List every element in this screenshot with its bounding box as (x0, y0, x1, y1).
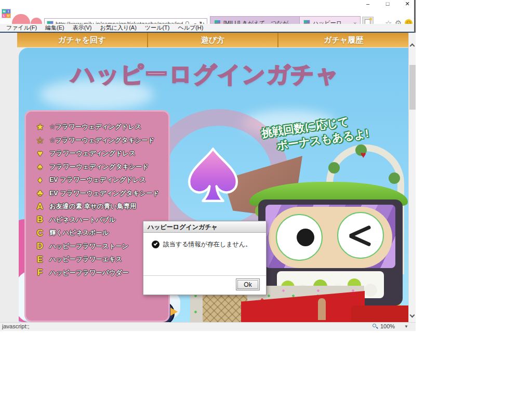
bird-beak (170, 308, 178, 316)
gacha-nav-bar: ガチャを回す 遊び方 ガチャ履歴 (17, 33, 408, 47)
scroll-up-icon[interactable] (410, 44, 415, 49)
banner-title: ハッピーログインガチャ (47, 59, 364, 90)
menu-view[interactable]: 表示(V) (69, 24, 96, 32)
prize-label: お友達の素 幸せの青い鳥専用 (49, 202, 136, 211)
prize-label: EV フラワーウェディングタキシード (49, 189, 159, 198)
prize-label: EV フラワーウェディングドレス (49, 176, 146, 184)
ok-button[interactable]: Ok (236, 278, 260, 290)
status-link-text: javascript:; (2, 323, 30, 329)
dialog-message: 該当する情報が存在しません。 (163, 240, 251, 249)
menu-file[interactable]: ファイル(F) (2, 24, 41, 32)
title-bar: – □ ✕ (0, 0, 414, 8)
letter-d-icon: D (33, 241, 47, 251)
menu-edit[interactable]: 編集(E) (41, 24, 69, 32)
machine-pupil (297, 229, 314, 246)
browser-window: – □ ✕ M I L U ← → http://www.milu.jp/cam… (0, 0, 416, 331)
maximize-button[interactable]: □ (382, 0, 393, 8)
favicon-letter: U (6, 14, 10, 18)
letter-e-icon: E (33, 255, 47, 265)
machine-winking-eye (337, 212, 384, 259)
check-icon (152, 241, 159, 248)
prize-row: ♦ EV フラワーウェディングドレス (33, 174, 168, 187)
dialog-separator (143, 275, 266, 276)
prize-label: フラワーウェディングドレス (49, 149, 136, 158)
heart-ornament-icon: ♥ (361, 150, 366, 161)
letter-b-icon: B (33, 215, 47, 225)
scrollbar-thumb[interactable] (409, 65, 416, 110)
zoom-level: 100% (380, 323, 395, 329)
prize-label: フラワーウェディングタキシード (49, 163, 149, 171)
prize-row: ☆ ☆フラワーウェディングタキシード (33, 134, 168, 148)
spade-graphic (183, 147, 243, 209)
site-favicon: M I L U (2, 9, 11, 18)
spade-icon: ♠ (33, 162, 47, 172)
prize-row: ♣ EV フラワーウェディングタキシード (33, 187, 168, 201)
letter-a-icon: A (33, 202, 47, 212)
diamond-icon: ♦ (33, 175, 47, 185)
prize-label: 輝くハピネスボール (49, 229, 109, 237)
favicon-letter: L (2, 14, 6, 18)
wink-stroke (349, 234, 371, 246)
menu-help[interactable]: ヘルプ(H) (174, 24, 207, 32)
gacha-dialog: ハッピーログインガチャ 該当する情報が存在しません。 Ok (143, 221, 267, 295)
zoom-magnifier-icon (372, 323, 378, 329)
menu-bar: ファイル(F) 編集(E) 表示(V) お気に入り(A) ツール(T) ヘルプ(… (0, 24, 414, 32)
club-icon: ♣ (33, 188, 47, 198)
zoom-dropdown-icon[interactable]: ▼ (404, 324, 408, 329)
machine-face-mask (269, 207, 392, 268)
letter-f-icon: F (33, 268, 47, 278)
wooden-pole (318, 298, 326, 320)
star-icon: ★ (33, 122, 47, 132)
browser-toolbar: M I L U ← → http://www.milu.jp/campaign/… (0, 8, 414, 24)
menu-favorites[interactable]: お気に入り(A) (96, 24, 140, 32)
dialog-title-bar[interactable]: ハッピーログインガチャ (143, 221, 266, 233)
prize-row: ♥ フラワーウェディングドレス (33, 147, 168, 161)
prize-row: A お友達の素 幸せの青い鳥専用 (33, 200, 168, 214)
nav-tab-how-to-play[interactable]: 遊び方 (148, 33, 279, 47)
close-button[interactable]: ✕ (402, 0, 413, 8)
red-carpet-right (351, 305, 408, 322)
prize-row: ★ ☆フラワーウェディングドレス (33, 121, 168, 134)
prize-label: ☆フラワーウェディングドレス (49, 123, 141, 131)
favicon-letter: I (6, 9, 10, 14)
minimize-button[interactable]: – (362, 0, 374, 8)
zoom-control[interactable]: 100% ▼ (372, 323, 408, 329)
prize-label: ハッピーフラワーパウダー (49, 269, 129, 277)
scroll-down-icon[interactable] (410, 313, 415, 318)
vertical-scrollbar[interactable] (408, 33, 416, 322)
machine-left-eye (276, 214, 323, 261)
vine-leaf (328, 162, 340, 174)
capsule (364, 284, 377, 297)
status-bar: javascript:; 100% ▼ (0, 322, 416, 331)
prize-label: ハッピーフラワーストーン (49, 242, 129, 251)
nav-tab-gacha-history[interactable]: ガチャ履歴 (278, 33, 408, 47)
menu-tools[interactable]: ツール(T) (141, 24, 174, 32)
prize-row: ♠ フラワーウェディングタキシード (33, 161, 168, 174)
page-viewport: ガチャを回す 遊び方 ガチャ履歴 ♥ ハッピーログインガチャ 挑戦回数に応じて … (0, 33, 416, 322)
heart-icon: ♥ (33, 149, 47, 159)
star-outline-icon: ☆ (33, 135, 47, 146)
prize-label: ☆フラワーウェディングタキシード (49, 136, 155, 145)
prize-label: ハピネスハートバブル (49, 216, 116, 224)
letter-c-icon: C (33, 228, 47, 238)
dialog-message-row: 該当する情報が存在しません。 (152, 240, 251, 249)
nav-tab-spin-gacha[interactable]: ガチャを回す (17, 33, 148, 47)
prize-label: ハッピーフラワーエキス (49, 255, 122, 264)
vine-leaf (389, 172, 400, 184)
favicon-letter: M (2, 9, 6, 14)
